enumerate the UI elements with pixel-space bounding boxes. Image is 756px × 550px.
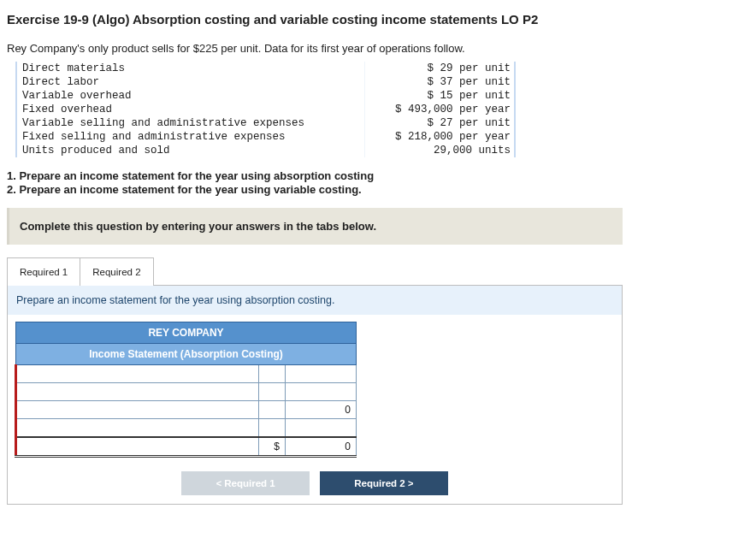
amount-output: 0 (286, 437, 357, 457)
next-button-label: Required 2 (354, 478, 405, 488)
data-value: $ 15 per unit (365, 89, 516, 103)
line-item-input[interactable] (16, 365, 259, 383)
grid-header-company: REY COMPANY (16, 322, 357, 344)
amount-output: 0 (286, 401, 357, 419)
question-2: 2. Prepare an income statement for the y… (7, 183, 749, 196)
data-table: Direct materials$ 29 per unit Direct lab… (15, 62, 516, 157)
data-value: 29,000 units (365, 144, 516, 157)
data-value: $ 37 per unit (365, 75, 516, 89)
currency-cell[interactable] (259, 365, 286, 383)
next-button[interactable]: Required 2 > (320, 471, 448, 495)
exercise-title: Exercise 19-9 (Algo) Absorption costing … (7, 12, 749, 27)
currency-cell[interactable] (259, 401, 286, 419)
currency-cell: $ (259, 437, 286, 457)
data-label: Units produced and sold (16, 144, 365, 157)
currency-cell[interactable] (259, 383, 286, 401)
amount-input[interactable] (286, 365, 357, 383)
data-label: Variable selling and administrative expe… (16, 116, 365, 130)
amount-input[interactable] (286, 383, 357, 401)
currency-cell[interactable] (259, 419, 286, 438)
data-label: Direct labor (16, 75, 365, 89)
data-value: $ 493,000 per year (365, 103, 516, 116)
income-statement-grid: REY COMPANY Income Statement (Absorption… (15, 322, 357, 458)
tab-required-1[interactable]: Required 1 (7, 257, 80, 286)
data-value: $ 218,000 per year (365, 130, 516, 144)
question-list: 1. Prepare an income statement for the y… (7, 169, 749, 196)
data-label: Direct materials (16, 62, 365, 75)
chevron-left-icon: < (216, 478, 221, 488)
line-item-input[interactable] (16, 383, 259, 401)
tab-required-2[interactable]: Required 2 (80, 257, 153, 286)
panel-instruction: Prepare an income statement for the year… (8, 286, 622, 315)
tab-panel: Prepare an income statement for the year… (7, 285, 623, 505)
data-value: $ 29 per unit (365, 62, 516, 75)
line-item-input[interactable] (16, 401, 259, 419)
prev-button: < Required 1 (181, 471, 310, 495)
prev-button-label: Required 1 (224, 478, 275, 488)
instruction-bar: Complete this question by entering your … (7, 208, 623, 245)
footer-nav: < Required 1 Required 2 > (8, 464, 622, 504)
data-label: Variable overhead (16, 89, 365, 103)
intro-text: Rey Company's only product sells for $22… (7, 42, 749, 55)
question-1: 1. Prepare an income statement for the y… (7, 169, 749, 182)
amount-input[interactable] (286, 419, 357, 438)
chevron-right-icon: > (408, 478, 413, 488)
data-label: Fixed overhead (16, 103, 365, 116)
data-value: $ 27 per unit (365, 116, 516, 130)
tab-strip: Required 1Required 2 (7, 257, 749, 285)
data-label: Fixed selling and administrative expense… (16, 130, 365, 144)
grid-header-statement: Income Statement (Absorption Costing) (16, 344, 357, 365)
line-item-input[interactable] (16, 437, 259, 457)
line-item-input[interactable] (16, 419, 259, 438)
